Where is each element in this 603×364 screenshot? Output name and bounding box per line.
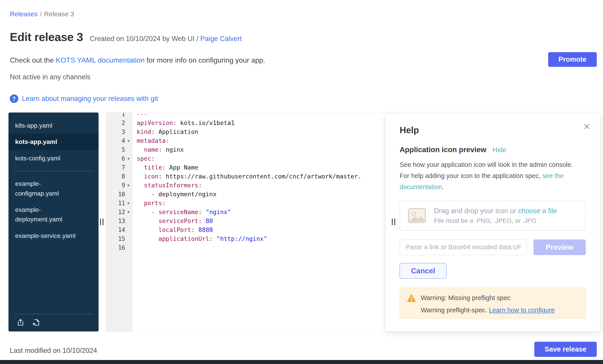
file-tree-item[interactable]: k8s-app.yaml	[9, 117, 99, 134]
breadcrumb-releases-link[interactable]: Releases	[10, 10, 38, 18]
line-number: 4▾	[106, 136, 133, 145]
warning-title: Warning: Missing preflight spec	[421, 294, 510, 302]
promote-button[interactable]: Promote	[548, 52, 597, 67]
fold-icon[interactable]: ▾	[125, 199, 132, 208]
file-tree-item[interactable]: example-service.yaml	[9, 228, 99, 244]
code-line[interactable]: 4▾metadata:	[106, 136, 395, 145]
choose-file-link[interactable]: choose a file	[518, 207, 557, 215]
line-number: 5	[106, 145, 133, 154]
breadcrumb: Releases/Release 3	[10, 10, 74, 18]
code-line[interactable]: 8 icon: https://raw.githubusercontent.co…	[106, 172, 395, 181]
code-line[interactable]: 15 applicationUrl: "http://nginx"	[106, 234, 395, 243]
file-tree-item[interactable]: example-configmap.yaml	[9, 176, 99, 202]
code-line[interactable]: 6▾spec:	[106, 154, 395, 163]
warning-icon	[407, 294, 416, 302]
close-icon[interactable]: ✕	[583, 122, 590, 131]
warning-detail: Warning preflight-spec. Learn how to con…	[421, 307, 579, 314]
code-line[interactable]: 3kind: Application	[106, 127, 395, 136]
doc-hint-prefix: Check out the	[10, 56, 56, 64]
code-line[interactable]: 12▾ - serviceName: "nginx"	[106, 208, 395, 217]
icon-preview-header: Application icon preview Hide	[400, 145, 586, 154]
file-tree-item[interactable]: kots-config.yaml	[9, 150, 99, 166]
file-tree-item[interactable]: kots-app.yaml	[9, 134, 99, 150]
line-number: 8	[106, 172, 133, 181]
created-text: Created on 10/10/2024 by Web UI /	[90, 35, 198, 43]
help-title: Help	[400, 125, 586, 135]
file-tree-item[interactable]: example-deployment.yaml	[9, 202, 99, 228]
line-number: 2	[106, 119, 133, 127]
line-number: 16	[106, 243, 133, 252]
doc-hint-suffix: for more info on configuring your app.	[144, 56, 265, 64]
file-tree: k8s-app.yamlkots-app.yamlkots-config.yam…	[9, 112, 99, 331]
file-tree-divider	[14, 171, 93, 171]
doc-hint: Check out the KOTS YAML documentation fo…	[10, 56, 265, 64]
dropzone-file-rule: File must be a .PNG, .JPEG, or .JPG	[434, 217, 557, 224]
code-line[interactable]: 11▾ ports:	[106, 199, 395, 208]
header: Edit release 3 Created on 10/10/2024 by …	[10, 30, 242, 44]
warning-detail-text: Warning preflight-spec.	[421, 307, 489, 314]
fold-icon[interactable]: ▾	[125, 136, 132, 145]
line-number: 6▾	[106, 154, 133, 163]
line-number: 15	[106, 234, 133, 243]
dropzone-main-text: Drag and drop your icon or	[434, 207, 518, 215]
file-tree-footer	[14, 314, 93, 328]
page: Releases/Release 3 Edit release 3 Create…	[0, 0, 603, 364]
code-line[interactable]: 16	[106, 243, 395, 252]
page-title: Edit release 3	[10, 30, 83, 44]
fold-icon[interactable]: ▾	[125, 208, 132, 217]
add-file-icon[interactable]	[32, 319, 40, 327]
code-line[interactable]: 9▾ statusInformers:	[106, 181, 395, 190]
icon-url-input[interactable]	[400, 240, 527, 255]
code-line[interactable]: 2apiVersion: kots.io/v1beta1	[106, 119, 395, 127]
upload-file-icon[interactable]	[16, 319, 24, 327]
code-line[interactable]: 1---	[106, 112, 395, 119]
line-number: 1	[106, 112, 133, 119]
warning-box: Warning: Missing preflight spec Warning …	[400, 287, 586, 319]
dropzone-text: Drag and drop your icon or choose a file…	[434, 207, 557, 224]
line-number: 14	[106, 225, 133, 234]
bottom-bar	[0, 360, 603, 364]
hide-link[interactable]: Hide	[493, 146, 506, 154]
created-info: Created on 10/10/2024 by Web UI / Paige …	[90, 35, 242, 43]
fold-icon[interactable]: ▾	[125, 154, 132, 163]
code-line[interactable]: 5 name: nginx	[106, 145, 395, 154]
line-number: 9▾	[106, 181, 133, 190]
cancel-button[interactable]: Cancel	[400, 263, 446, 279]
line-number: 10	[106, 190, 133, 199]
resize-handle-left[interactable]	[100, 219, 104, 225]
line-number: 13	[106, 217, 133, 225]
image-placeholder-icon	[408, 208, 426, 224]
line-number: 3	[106, 127, 133, 136]
question-icon: ?	[10, 94, 18, 103]
help-panel: ✕ Help Application icon preview Hide See…	[385, 113, 600, 331]
git-help-row: ? Learn about managing your releases wit…	[10, 94, 158, 103]
fold-icon[interactable]: ▾	[125, 181, 132, 190]
breadcrumb-separator: /	[40, 10, 42, 18]
breadcrumb-current: Release 3	[44, 10, 74, 18]
line-number: 11▾	[106, 199, 133, 208]
author-link[interactable]: Paige Calvert	[200, 35, 242, 43]
icon-preview-title: Application icon preview	[400, 145, 486, 154]
git-help-link[interactable]: Learn about managing your releases with …	[22, 95, 158, 103]
resize-handle-right[interactable]	[392, 219, 395, 225]
kots-yaml-doc-link[interactable]: KOTS YAML documentation	[56, 56, 144, 64]
line-number: 7	[106, 163, 133, 172]
save-release-button[interactable]: Save release	[534, 342, 597, 357]
code-line[interactable]: 10 - deployment/nginx	[106, 190, 395, 199]
last-modified-text: Last modified on 10/10/2024	[10, 347, 97, 355]
code-line[interactable]: 14 localPort: 8888	[106, 225, 395, 234]
preview-button[interactable]: Preview	[533, 240, 586, 255]
icon-dropzone[interactable]: Drag and drop your icon or choose a file…	[400, 201, 586, 231]
learn-configure-link[interactable]: Learn how to configure	[489, 307, 555, 314]
description-suffix: .	[442, 183, 444, 190]
icon-url-row: Preview	[400, 240, 586, 255]
code-editor[interactable]: 1---2apiVersion: kots.io/v1beta13kind: A…	[106, 112, 395, 331]
icon-preview-description: See how your application icon will look …	[400, 159, 578, 193]
code-line[interactable]: 13 servicePort: 80	[106, 217, 395, 225]
code-line[interactable]: 7 title: App Name	[106, 163, 395, 172]
channel-status: Not active in any channels	[10, 73, 91, 81]
line-number: 12▾	[106, 208, 133, 217]
